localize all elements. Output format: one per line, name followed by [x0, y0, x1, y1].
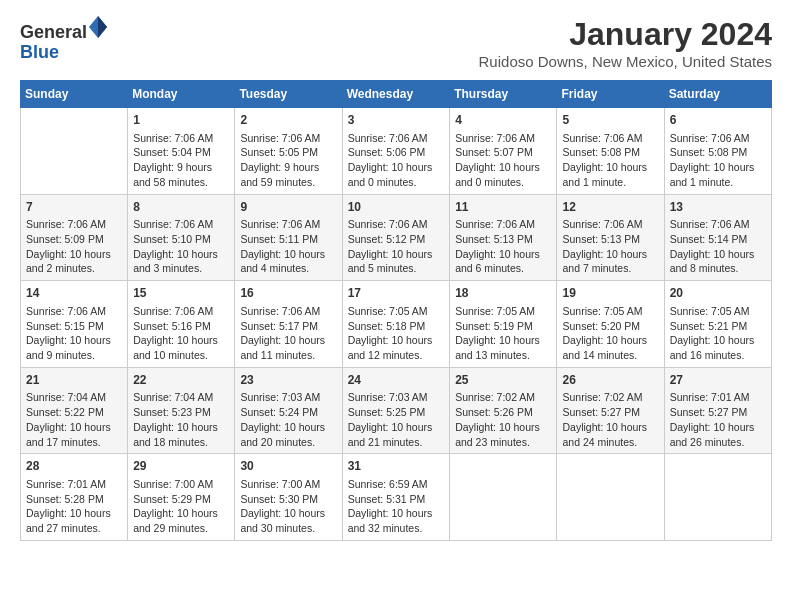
day-number: 18 [455, 285, 551, 302]
day-number: 30 [240, 458, 336, 475]
day-info: Sunrise: 7:02 AMSunset: 5:27 PMDaylight:… [562, 390, 658, 449]
day-cell: 15Sunrise: 7:06 AMSunset: 5:16 PMDayligh… [128, 281, 235, 368]
day-cell [450, 454, 557, 541]
day-cell: 7Sunrise: 7:06 AMSunset: 5:09 PMDaylight… [21, 194, 128, 281]
day-number: 15 [133, 285, 229, 302]
day-number: 11 [455, 199, 551, 216]
day-cell: 23Sunrise: 7:03 AMSunset: 5:24 PMDayligh… [235, 367, 342, 454]
day-info: Sunrise: 7:00 AMSunset: 5:30 PMDaylight:… [240, 477, 336, 536]
day-number: 6 [670, 112, 766, 129]
header-friday: Friday [557, 81, 664, 108]
day-cell: 13Sunrise: 7:06 AMSunset: 5:14 PMDayligh… [664, 194, 771, 281]
header-monday: Monday [128, 81, 235, 108]
day-cell: 21Sunrise: 7:04 AMSunset: 5:22 PMDayligh… [21, 367, 128, 454]
day-cell: 5Sunrise: 7:06 AMSunset: 5:08 PMDaylight… [557, 108, 664, 195]
day-number: 10 [348, 199, 445, 216]
day-info: Sunrise: 7:03 AMSunset: 5:24 PMDaylight:… [240, 390, 336, 449]
day-number: 14 [26, 285, 122, 302]
day-info: Sunrise: 7:01 AMSunset: 5:28 PMDaylight:… [26, 477, 122, 536]
day-cell: 6Sunrise: 7:06 AMSunset: 5:08 PMDaylight… [664, 108, 771, 195]
day-cell: 26Sunrise: 7:02 AMSunset: 5:27 PMDayligh… [557, 367, 664, 454]
calendar-table: Sunday Monday Tuesday Wednesday Thursday… [20, 80, 772, 541]
day-cell: 3Sunrise: 7:06 AMSunset: 5:06 PMDaylight… [342, 108, 450, 195]
day-number: 21 [26, 372, 122, 389]
week-row-1: 1Sunrise: 7:06 AMSunset: 5:04 PMDaylight… [21, 108, 772, 195]
day-info: Sunrise: 7:05 AMSunset: 5:19 PMDaylight:… [455, 304, 551, 363]
week-row-3: 14Sunrise: 7:06 AMSunset: 5:15 PMDayligh… [21, 281, 772, 368]
header-sunday: Sunday [21, 81, 128, 108]
day-cell: 20Sunrise: 7:05 AMSunset: 5:21 PMDayligh… [664, 281, 771, 368]
page-subtitle: Ruidoso Downs, New Mexico, United States [479, 53, 772, 70]
day-number: 17 [348, 285, 445, 302]
day-info: Sunrise: 7:00 AMSunset: 5:29 PMDaylight:… [133, 477, 229, 536]
day-cell: 25Sunrise: 7:02 AMSunset: 5:26 PMDayligh… [450, 367, 557, 454]
day-number: 22 [133, 372, 229, 389]
day-cell [664, 454, 771, 541]
svg-marker-1 [98, 16, 107, 38]
day-number: 16 [240, 285, 336, 302]
day-number: 12 [562, 199, 658, 216]
header-tuesday: Tuesday [235, 81, 342, 108]
day-number: 25 [455, 372, 551, 389]
day-number: 19 [562, 285, 658, 302]
day-info: Sunrise: 7:06 AMSunset: 5:13 PMDaylight:… [455, 217, 551, 276]
logo-blue: Blue [20, 42, 59, 62]
day-info: Sunrise: 7:06 AMSunset: 5:14 PMDaylight:… [670, 217, 766, 276]
day-cell: 11Sunrise: 7:06 AMSunset: 5:13 PMDayligh… [450, 194, 557, 281]
header-wednesday: Wednesday [342, 81, 450, 108]
day-cell: 31Sunrise: 6:59 AMSunset: 5:31 PMDayligh… [342, 454, 450, 541]
day-number: 2 [240, 112, 336, 129]
day-number: 31 [348, 458, 445, 475]
day-info: Sunrise: 7:06 AMSunset: 5:15 PMDaylight:… [26, 304, 122, 363]
day-info: Sunrise: 7:06 AMSunset: 5:07 PMDaylight:… [455, 131, 551, 190]
day-number: 7 [26, 199, 122, 216]
day-info: Sunrise: 7:06 AMSunset: 5:12 PMDaylight:… [348, 217, 445, 276]
day-info: Sunrise: 7:06 AMSunset: 5:11 PMDaylight:… [240, 217, 336, 276]
logo-icon [89, 16, 107, 38]
day-cell: 19Sunrise: 7:05 AMSunset: 5:20 PMDayligh… [557, 281, 664, 368]
day-number: 28 [26, 458, 122, 475]
day-cell: 29Sunrise: 7:00 AMSunset: 5:29 PMDayligh… [128, 454, 235, 541]
day-info: Sunrise: 7:04 AMSunset: 5:22 PMDaylight:… [26, 390, 122, 449]
day-cell: 9Sunrise: 7:06 AMSunset: 5:11 PMDaylight… [235, 194, 342, 281]
day-number: 20 [670, 285, 766, 302]
day-info: Sunrise: 7:06 AMSunset: 5:08 PMDaylight:… [562, 131, 658, 190]
day-cell: 12Sunrise: 7:06 AMSunset: 5:13 PMDayligh… [557, 194, 664, 281]
day-number: 9 [240, 199, 336, 216]
week-row-5: 28Sunrise: 7:01 AMSunset: 5:28 PMDayligh… [21, 454, 772, 541]
day-number: 1 [133, 112, 229, 129]
day-number: 27 [670, 372, 766, 389]
day-info: Sunrise: 6:59 AMSunset: 5:31 PMDaylight:… [348, 477, 445, 536]
day-cell [21, 108, 128, 195]
day-info: Sunrise: 7:01 AMSunset: 5:27 PMDaylight:… [670, 390, 766, 449]
day-cell: 2Sunrise: 7:06 AMSunset: 5:05 PMDaylight… [235, 108, 342, 195]
day-number: 29 [133, 458, 229, 475]
day-number: 8 [133, 199, 229, 216]
day-cell: 18Sunrise: 7:05 AMSunset: 5:19 PMDayligh… [450, 281, 557, 368]
day-info: Sunrise: 7:03 AMSunset: 5:25 PMDaylight:… [348, 390, 445, 449]
day-cell: 24Sunrise: 7:03 AMSunset: 5:25 PMDayligh… [342, 367, 450, 454]
day-info: Sunrise: 7:06 AMSunset: 5:04 PMDaylight:… [133, 131, 229, 190]
day-cell [557, 454, 664, 541]
day-number: 23 [240, 372, 336, 389]
page-title: January 2024 [479, 16, 772, 53]
day-cell: 4Sunrise: 7:06 AMSunset: 5:07 PMDaylight… [450, 108, 557, 195]
day-info: Sunrise: 7:05 AMSunset: 5:20 PMDaylight:… [562, 304, 658, 363]
day-number: 13 [670, 199, 766, 216]
day-info: Sunrise: 7:02 AMSunset: 5:26 PMDaylight:… [455, 390, 551, 449]
week-row-2: 7Sunrise: 7:06 AMSunset: 5:09 PMDaylight… [21, 194, 772, 281]
day-info: Sunrise: 7:06 AMSunset: 5:13 PMDaylight:… [562, 217, 658, 276]
day-number: 26 [562, 372, 658, 389]
day-info: Sunrise: 7:06 AMSunset: 5:06 PMDaylight:… [348, 131, 445, 190]
day-cell: 10Sunrise: 7:06 AMSunset: 5:12 PMDayligh… [342, 194, 450, 281]
day-cell: 1Sunrise: 7:06 AMSunset: 5:04 PMDaylight… [128, 108, 235, 195]
header-saturday: Saturday [664, 81, 771, 108]
header-thursday: Thursday [450, 81, 557, 108]
logo: General Blue [20, 16, 107, 63]
day-info: Sunrise: 7:06 AMSunset: 5:09 PMDaylight:… [26, 217, 122, 276]
day-cell: 22Sunrise: 7:04 AMSunset: 5:23 PMDayligh… [128, 367, 235, 454]
day-info: Sunrise: 7:06 AMSunset: 5:17 PMDaylight:… [240, 304, 336, 363]
day-info: Sunrise: 7:05 AMSunset: 5:18 PMDaylight:… [348, 304, 445, 363]
day-info: Sunrise: 7:06 AMSunset: 5:08 PMDaylight:… [670, 131, 766, 190]
day-cell: 30Sunrise: 7:00 AMSunset: 5:30 PMDayligh… [235, 454, 342, 541]
